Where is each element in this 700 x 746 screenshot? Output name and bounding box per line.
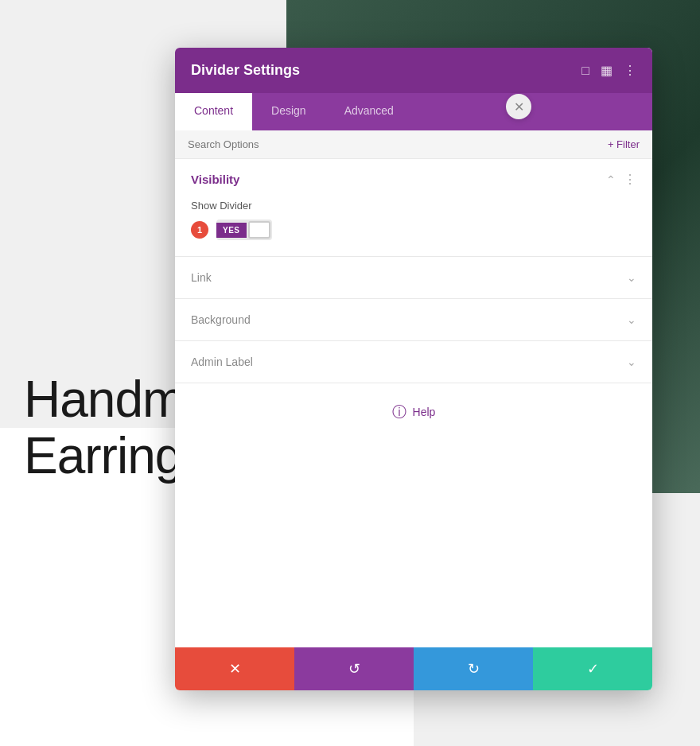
background-label: Background — [191, 313, 251, 326]
visibility-title: Visibility — [191, 173, 239, 186]
visibility-more-icon[interactable]: ⋮ — [624, 172, 636, 187]
close-button[interactable]: ✕ — [506, 94, 531, 119]
show-divider-label: Show Divider — [191, 200, 636, 212]
toggle-yes-label: YES — [216, 223, 247, 238]
cancel-button[interactable]: ✕ — [175, 647, 294, 690]
tab-design[interactable]: Design — [252, 93, 325, 130]
link-chevron-icon: ⌄ — [627, 271, 636, 284]
visibility-section: Visibility ⌃ ⋮ Show Divider 1 YES — [175, 159, 652, 257]
tab-content[interactable]: Content — [175, 93, 252, 130]
modal-header: Divider Settings □ ▦ ⋮ — [175, 48, 652, 93]
save-icon: ✓ — [587, 660, 599, 678]
visibility-controls: ⌃ ⋮ — [606, 172, 636, 187]
search-input[interactable] — [188, 138, 608, 150]
filter-button[interactable]: + Filter — [608, 138, 640, 150]
modal-spacer — [175, 441, 652, 647]
columns-icon[interactable]: ▦ — [601, 63, 612, 78]
admin-label-chevron-icon: ⌄ — [627, 356, 636, 368]
admin-label-text: Admin Label — [191, 356, 253, 368]
divider-settings-modal: Divider Settings □ ▦ ⋮ Content Design Ad… — [175, 48, 652, 690]
link-label: Link — [191, 271, 212, 284]
background-chevron-icon: ⌄ — [627, 313, 636, 326]
background-section[interactable]: Background ⌄ — [175, 299, 652, 341]
help-section: ⓘ Help — [175, 383, 652, 441]
visibility-header: Visibility ⌃ ⋮ — [191, 172, 636, 187]
expand-icon[interactable]: □ — [581, 64, 589, 78]
link-section[interactable]: Link ⌄ — [175, 257, 652, 299]
cancel-icon: ✕ — [229, 660, 241, 678]
filter-label: + Filter — [608, 138, 640, 150]
refresh-button[interactable]: ↻ — [414, 647, 533, 690]
refresh-icon: ↻ — [468, 660, 480, 678]
tab-advanced[interactable]: Advanced — [325, 93, 413, 130]
chevron-up-icon[interactable]: ⌃ — [606, 173, 616, 186]
modal-footer: ✕ ↺ ↻ ✓ — [175, 647, 652, 690]
modal-header-actions: □ ▦ ⋮ — [581, 63, 636, 78]
reset-icon: ↺ — [348, 660, 360, 678]
help-label[interactable]: Help — [413, 406, 436, 418]
more-options-icon[interactable]: ⋮ — [624, 63, 636, 78]
admin-label-section[interactable]: Admin Label ⌄ — [175, 341, 652, 383]
show-divider-row: 1 YES — [191, 220, 636, 240]
modal-title: Divider Settings — [191, 62, 300, 79]
reset-button[interactable]: ↺ — [294, 647, 414, 690]
tab-bar: Content Design Advanced — [175, 93, 652, 130]
search-bar: + Filter — [175, 130, 652, 159]
badge-number: 1 — [191, 221, 208, 239]
show-divider-toggle[interactable]: YES — [216, 220, 272, 240]
help-icon[interactable]: ⓘ — [392, 402, 406, 422]
toggle-thumb — [248, 221, 270, 239]
save-button[interactable]: ✓ — [533, 647, 652, 690]
